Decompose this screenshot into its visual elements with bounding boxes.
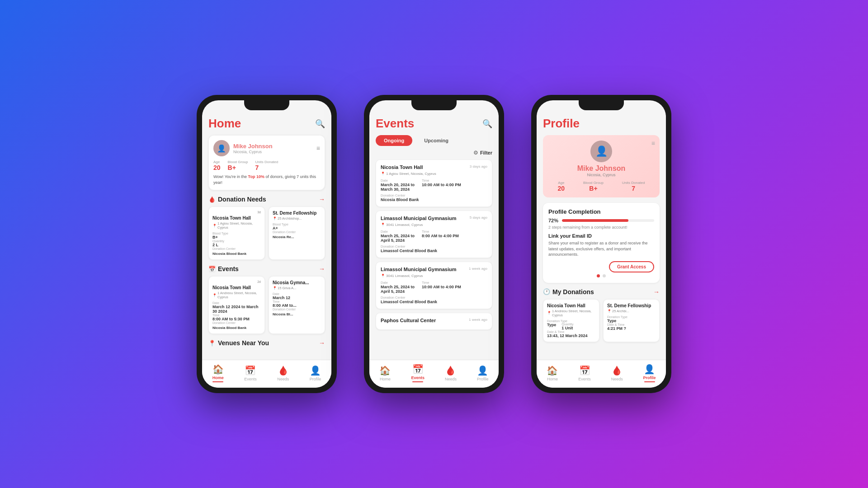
home-screen-content: Home 🔍 👤 Mike Johnson Nicosia, Cyprus ≡ xyxy=(202,100,331,360)
profile-nav-home[interactable]: 🏠 Home xyxy=(547,365,558,381)
event-0-details: Date March 20, 2024 toMarch 30, 2024 Tim… xyxy=(381,178,487,192)
home-user-card: 👤 Mike Johnson Nicosia, Cyprus ≡ Age 20 xyxy=(208,135,325,190)
venues-title: 📍 Venues Near You xyxy=(208,339,269,347)
events-nav-home[interactable]: 🏠 Home xyxy=(379,365,391,381)
events-nav-events-label: Events xyxy=(411,375,425,380)
event-0-name: Nicosia Town Hall xyxy=(381,164,423,170)
profile-user-card: ≡ 👤 Mike Johnson Nicosia, Cyprus Age 20 … xyxy=(543,135,660,197)
home-event-card-0[interactable]: 2d Nicosia Town Hall 📍 1 Andreou Street,… xyxy=(208,276,265,334)
home-user-name: Mike Johnson xyxy=(233,143,313,150)
event-1-time: Time 8:00 AM to 4:00 PM xyxy=(422,230,459,243)
home-menu-icon[interactable]: ≡ xyxy=(316,145,320,152)
event-card-0[interactable]: Nicosia Town Hall 3 days ago 📍 1 Agiou S… xyxy=(376,160,492,207)
profile-nav-underline xyxy=(644,381,655,382)
profile-stat-blood: Blood Group B+ xyxy=(583,181,604,192)
profile-screen-content: Profile ≡ 👤 Mike Johnson Nicosia, Cyprus… xyxy=(537,100,666,360)
events-filter-bar: ⚙ Filter xyxy=(376,150,492,156)
link-email-desc: Share your email to register as a donor … xyxy=(548,240,654,258)
events-search-icon[interactable]: 🔍 xyxy=(482,119,492,129)
event-2-date: Date March 25, 2024 toApril 5, 2024 xyxy=(381,281,415,294)
home-stat-units: Units Donated 7 xyxy=(255,160,278,171)
event-0-header: Nicosia Town Hall 3 days ago xyxy=(381,164,487,170)
my-donations-title: 🕐 My Donations xyxy=(543,288,594,296)
tab-ongoing[interactable]: Ongoing xyxy=(376,135,412,146)
event-1-name: Limassol Municipal Gymnasium xyxy=(381,216,457,221)
dh-card-0-loc: 📍 1 Andreou Street, Nicosia, Cyprus xyxy=(547,309,595,317)
events-nav-needs-icon: 🩸 xyxy=(445,365,456,376)
event-3-timeago: 1 week ago xyxy=(469,318,487,322)
tab-upcoming[interactable]: Upcoming xyxy=(416,135,457,146)
donation-card-1-loc: 📍 25 Archbishop... xyxy=(273,216,321,221)
events-scroll-area: Events 🔍 Ongoing Upcoming ⚙ Filter Nicos… xyxy=(369,113,499,360)
donation-history-card-0[interactable]: Nicosia Town Hall 📍 1 Andreou Street, Ni… xyxy=(543,299,599,342)
event-card-3[interactable]: Paphos Cultural Center 1 week ago xyxy=(376,313,492,330)
event-1-header: Limassol Municipal Gymnasium 5 days ago xyxy=(381,216,487,221)
events-nav-home-label: Home xyxy=(380,377,391,381)
clock-icon: 🕐 xyxy=(543,288,550,295)
donation-needs-cards: 3d Nicosia Town Hall 📍 1 Agiou Street, N… xyxy=(208,206,325,260)
dot-2 xyxy=(603,274,606,277)
events-notch xyxy=(411,100,457,110)
events-tab-bar: Ongoing Upcoming xyxy=(376,135,492,146)
profile-nav-needs[interactable]: 🩸 Needs xyxy=(611,365,623,381)
home-nav-home[interactable]: 🏠 Home xyxy=(212,364,224,382)
event-1-date: Date March 25, 2024 toApril 5, 2024 xyxy=(381,230,415,243)
event-0-loc: 📍 1 Agiou Street, Nicosia, Cyprus xyxy=(381,172,487,176)
donation-history-card-1[interactable]: St. Deme Fellowship 📍 25 Archbi... Donat… xyxy=(603,299,660,342)
home-nav-profile[interactable]: 👤 Profile xyxy=(310,365,321,381)
profile-menu-icon[interactable]: ≡ xyxy=(651,140,655,147)
events-phone: Events 🔍 Ongoing Upcoming ⚙ Filter Nicos… xyxy=(364,95,504,393)
grant-access-button[interactable]: Grant Access xyxy=(609,261,654,272)
venues-arrow[interactable]: → xyxy=(319,339,325,347)
event-1-timeago: 5 days ago xyxy=(470,216,487,220)
events-nav-profile[interactable]: 👤 Profile xyxy=(477,365,489,381)
profile-notch xyxy=(579,100,624,110)
profile-nav-profile[interactable]: 👤 Profile xyxy=(643,364,656,382)
my-donations-cards: Nicosia Town Hall 📍 1 Andreou Street, Ni… xyxy=(543,299,660,342)
profile-nav-events-icon: 📅 xyxy=(579,365,590,376)
home-nav-events[interactable]: 📅 Events xyxy=(244,365,257,381)
profile-nav-events[interactable]: 📅 Events xyxy=(578,365,591,381)
completion-title: Profile Completion xyxy=(548,208,654,215)
profile-title: Profile xyxy=(543,117,580,131)
donation-card-0[interactable]: 3d Nicosia Town Hall 📍 1 Agiou Street, N… xyxy=(208,206,265,260)
profile-header: Profile xyxy=(543,117,660,131)
home-stat-age: Age 20 xyxy=(213,160,221,171)
completion-steps: 2 steps remaining from a complete accoun… xyxy=(548,225,654,230)
event-3-header: Paphos Cultural Center 1 week ago xyxy=(381,318,487,323)
donation-needs-arrow[interactable]: → xyxy=(319,196,325,203)
events-nav-needs[interactable]: 🩸 Needs xyxy=(445,365,457,381)
venues-header: 📍 Venues Near You → xyxy=(208,339,325,347)
event-2-timeago: 1 week ago xyxy=(469,267,487,271)
events-nav-events[interactable]: 📅 Events xyxy=(411,364,425,382)
home-events-header: 📅 Events → xyxy=(208,265,325,272)
event-2-header: Limassol Municipal Gymnasium 1 week ago xyxy=(381,267,487,272)
home-search-icon[interactable]: 🔍 xyxy=(315,119,325,129)
event-1-details: Date March 25, 2024 toApril 5, 2024 Time… xyxy=(381,230,487,243)
profile-avatar: 👤 xyxy=(590,141,612,162)
home-event-card-1[interactable]: Nicosia Gymna... 📍 15 Griva A... Date Ma… xyxy=(269,276,325,334)
home-header: Home 🔍 xyxy=(208,117,325,131)
my-donations-arrow[interactable]: → xyxy=(653,288,660,296)
home-notch xyxy=(244,100,289,110)
event-card-2[interactable]: Limassol Municipal Gymnasium 1 week ago … xyxy=(376,262,492,309)
home-event-0-loc: 📍 1 Andreou Street, Nicosia, Cyprus xyxy=(212,291,261,299)
events-screen: Events 🔍 Ongoing Upcoming ⚙ Filter Nicos… xyxy=(369,100,499,388)
event-card-1[interactable]: Limassol Municipal Gymnasium 5 days ago … xyxy=(376,211,492,258)
home-events-arrow[interactable]: → xyxy=(319,265,325,272)
event-0-date: Date March 20, 2024 toMarch 30, 2024 xyxy=(381,178,415,192)
home-nav-events-icon: 📅 xyxy=(245,365,256,376)
my-donations-header: 🕐 My Donations → xyxy=(543,288,660,296)
events-nav-underline xyxy=(412,381,423,382)
home-nav-profile-label: Profile xyxy=(310,377,321,381)
events-screen-content: Events 🔍 Ongoing Upcoming ⚙ Filter Nicos… xyxy=(369,100,499,360)
blood-drop-icon: 🩸 xyxy=(208,196,216,203)
home-nav-needs[interactable]: 🩸 Needs xyxy=(277,365,289,381)
profile-nav-home-label: Home xyxy=(547,377,558,381)
home-nav-home-icon: 🏠 xyxy=(212,364,224,375)
calendar-icon: 📅 xyxy=(208,266,216,272)
donation-card-1[interactable]: St. Deme Fellowship 📍 25 Archbishop... B… xyxy=(269,206,325,260)
filter-button[interactable]: Filter xyxy=(480,150,492,155)
event-1-loc: 📍 3041 Limassol, Cyprus xyxy=(381,223,487,227)
events-nav-needs-label: Needs xyxy=(445,377,457,381)
